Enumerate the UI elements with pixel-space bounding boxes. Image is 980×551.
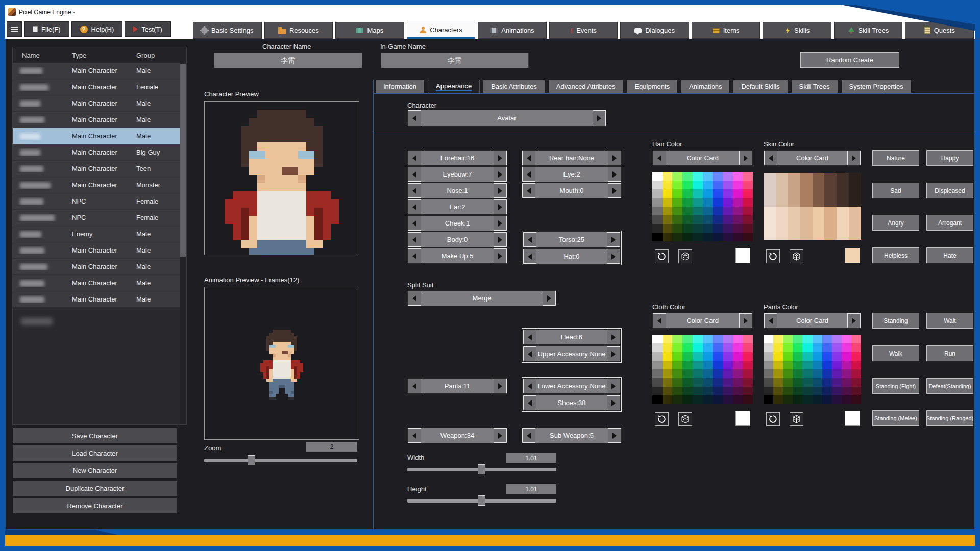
palette-swatch[interactable]	[773, 335, 783, 343]
palette-swatch[interactable]	[813, 173, 825, 207]
palette-swatch[interactable]	[693, 224, 703, 233]
tab-characters[interactable]: Characters	[407, 22, 476, 39]
spinner-left-arrow[interactable]	[408, 379, 421, 393]
palette-swatch[interactable]	[713, 335, 723, 343]
palette-swatch[interactable]	[733, 207, 743, 215]
palette-swatch[interactable]	[663, 361, 673, 369]
palette-swatch[interactable]	[672, 233, 682, 241]
palette-swatch[interactable]	[832, 361, 842, 369]
palette-swatch[interactable]	[851, 395, 861, 404]
palette-swatch[interactable]	[713, 378, 723, 387]
remove-character-button[interactable]: Remove Character	[12, 497, 178, 514]
palette-swatch[interactable]	[851, 343, 861, 352]
skin-refresh-button[interactable]	[766, 249, 780, 263]
pose-standing-button[interactable]: Standing	[872, 313, 919, 329]
palette-swatch[interactable]	[743, 181, 753, 189]
tab-skills[interactable]: Skills	[763, 22, 831, 39]
body-spinner[interactable]: Body:0	[407, 232, 507, 247]
cloth-refresh-button[interactable]	[655, 412, 669, 426]
palette-swatch[interactable]	[713, 172, 723, 181]
zoom-slider-track[interactable]	[204, 459, 357, 462]
palette-swatch[interactable]	[773, 361, 783, 369]
spinner-left-arrow[interactable]	[408, 248, 421, 263]
head-spinner[interactable]: Head:6	[523, 329, 621, 345]
palette-swatch[interactable]	[663, 207, 673, 215]
palette-swatch[interactable]	[743, 189, 753, 198]
palette-swatch[interactable]	[693, 378, 703, 387]
palette-swatch[interactable]	[733, 189, 743, 198]
mouth-spinner[interactable]: Mouth:0	[522, 183, 622, 198]
palette-swatch[interactable]	[703, 172, 713, 181]
palette-swatch[interactable]	[672, 207, 682, 215]
palette-swatch[interactable]	[703, 233, 713, 241]
palette-swatch[interactable]	[733, 335, 743, 343]
palette-swatch[interactable]	[663, 335, 673, 343]
palette-swatch[interactable]	[652, 233, 663, 241]
spinner-right-arrow[interactable]	[847, 313, 861, 328]
palette-swatch[interactable]	[743, 361, 753, 369]
width-slider[interactable]	[407, 464, 556, 474]
palette-swatch[interactable]	[682, 189, 693, 198]
palette-swatch[interactable]	[832, 343, 842, 352]
palette-swatch[interactable]	[783, 369, 793, 378]
ear-spinner[interactable]: Ear:2	[407, 199, 507, 215]
palette-swatch[interactable]	[663, 387, 673, 395]
palette-swatch[interactable]	[703, 378, 713, 387]
spinner-left-arrow[interactable]	[522, 183, 535, 198]
tab-maps[interactable]: Maps	[335, 22, 404, 39]
palette-swatch[interactable]	[764, 361, 773, 369]
palette-swatch[interactable]	[764, 395, 773, 404]
pose-walk-button[interactable]: Walk	[872, 345, 919, 361]
pants-random-button[interactable]	[790, 412, 803, 426]
palette-swatch[interactable]	[663, 189, 673, 198]
spinner-left-arrow[interactable]	[653, 151, 666, 165]
palette-swatch[interactable]	[672, 335, 682, 343]
palette-swatch[interactable]	[713, 215, 723, 224]
palette-swatch[interactable]	[652, 387, 663, 395]
character-row[interactable]: Main CharacterMale	[13, 112, 186, 128]
character-row[interactable]: Main CharacterMale	[13, 63, 186, 79]
spinner-left-arrow[interactable]	[408, 199, 421, 214]
palette-swatch[interactable]	[693, 395, 703, 404]
spinner-left-arrow[interactable]	[408, 428, 421, 443]
palette-swatch[interactable]	[663, 352, 673, 361]
palette-swatch[interactable]	[682, 172, 693, 181]
character-row[interactable]: Main CharacterMale	[13, 128, 186, 144]
palette-swatch[interactable]	[672, 181, 682, 189]
palette-swatch[interactable]	[713, 343, 723, 352]
palette-swatch[interactable]	[837, 173, 849, 207]
palette-swatch[interactable]	[713, 369, 723, 378]
palette-swatch[interactable]	[793, 395, 802, 404]
spinner-right-arrow[interactable]	[607, 379, 620, 393]
width-slider-thumb[interactable]	[478, 464, 485, 474]
palette-swatch[interactable]	[723, 343, 733, 352]
palette-swatch[interactable]	[652, 181, 663, 189]
palette-swatch[interactable]	[802, 352, 812, 361]
palette-swatch[interactable]	[743, 233, 753, 241]
palette-swatch[interactable]	[723, 189, 733, 198]
palette-swatch[interactable]	[672, 361, 682, 369]
emotion-helpless-button[interactable]: Helpless	[872, 247, 919, 263]
palette-swatch[interactable]	[783, 395, 793, 404]
palette-swatch[interactable]	[713, 181, 723, 189]
palette-swatch[interactable]	[733, 369, 743, 378]
emotion-arrogant-button[interactable]: Arrogant	[926, 215, 973, 231]
palette-swatch[interactable]	[851, 352, 861, 361]
spinner-left-arrow[interactable]	[522, 151, 535, 165]
spinner-right-arrow[interactable]	[494, 216, 507, 231]
palette-swatch[interactable]	[764, 335, 773, 343]
palette-swatch[interactable]	[743, 224, 753, 233]
palette-swatch[interactable]	[723, 233, 733, 241]
emotion-happy-button[interactable]: Happy	[926, 150, 973, 166]
subtab-skill-trees[interactable]: Skill Trees	[791, 80, 838, 93]
spinner-right-arrow[interactable]	[593, 110, 606, 126]
tab-events[interactable]: !Events	[549, 22, 618, 39]
palette-swatch[interactable]	[672, 172, 682, 181]
subtab-advanced-attributes[interactable]: Advanced Attributes	[548, 80, 624, 93]
palette-swatch[interactable]	[682, 361, 693, 369]
palette-swatch[interactable]	[723, 352, 733, 361]
spinner-right-arrow[interactable]	[739, 151, 752, 165]
subtab-equipments[interactable]: Equipments	[626, 80, 678, 93]
palette-swatch[interactable]	[743, 172, 753, 181]
palette-swatch[interactable]	[764, 352, 773, 361]
